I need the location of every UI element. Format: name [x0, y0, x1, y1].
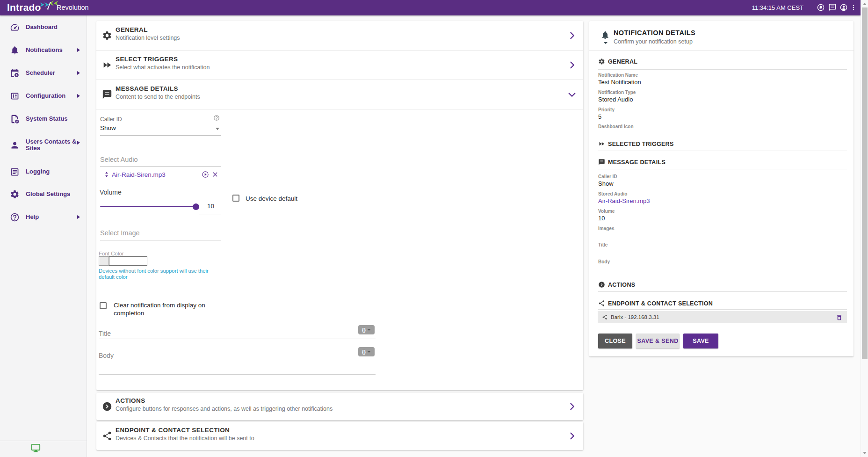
- sidebar-item-users-contacts-sites[interactable]: Users Contacts & Sites: [0, 137, 87, 153]
- person-icon: [10, 140, 20, 150]
- section-title: MESSAGE DETAILS: [116, 85, 178, 92]
- section-subtitle: Devices & Contacts that the notification…: [116, 435, 254, 442]
- clear-on-completion-label[interactable]: Clear notification from display on compl…: [114, 301, 210, 317]
- message-icon: [598, 159, 605, 166]
- circle-arrow-icon: [598, 281, 605, 288]
- section-title: SELECT TRIGGERS: [116, 56, 178, 63]
- save-and-send-button[interactable]: SAVE & SEND: [636, 334, 680, 348]
- remove-audio-button[interactable]: [211, 171, 219, 178]
- body-input[interactable]: Body: [99, 352, 114, 359]
- title-variable-picker-button[interactable]: {}: [358, 325, 375, 334]
- gear-icon: [102, 30, 112, 41]
- audio-file-link[interactable]: Air-Raid-Siren.mp3: [112, 171, 166, 178]
- scrollbar-thumb[interactable]: [862, 7, 868, 359]
- chevron-right-icon[interactable]: [567, 31, 577, 40]
- chevron-right-icon[interactable]: [567, 402, 577, 411]
- sidebar-item-notifications[interactable]: Notifications: [0, 45, 87, 55]
- divider: [598, 169, 847, 169]
- chevron-down-icon: [604, 42, 608, 44]
- select-audio-input[interactable]: Select Audio: [100, 156, 138, 163]
- title-input[interactable]: Title: [99, 330, 111, 337]
- sidebar-item-logging[interactable]: Logging: [0, 167, 87, 177]
- section-subtitle: Configure buttons for responses and acti…: [116, 406, 333, 412]
- details-message-heading: MESSAGE DETAILS: [608, 159, 665, 166]
- feedback-icon[interactable]: [828, 3, 837, 12]
- section-subtitle: Select what activates the notification: [116, 64, 210, 71]
- volume-slider[interactable]: [100, 206, 198, 207]
- trash-icon: [836, 314, 843, 321]
- help-icon[interactable]: [213, 115, 220, 121]
- sidebar-item-system-status[interactable]: System Status: [0, 114, 87, 124]
- font-color-input[interactable]: [109, 256, 147, 266]
- scroll-down-arrow[interactable]: [863, 452, 867, 454]
- sidebar-item-dashboard[interactable]: Dashboard: [0, 22, 87, 32]
- caller-id-label: Caller ID: [100, 116, 122, 123]
- caller-id-select[interactable]: Show: [100, 124, 116, 131]
- input-underline: [99, 339, 376, 339]
- control-panel-icon: [10, 91, 20, 101]
- chevron-right-icon: [77, 141, 80, 145]
- volume-slider-thumb[interactable]: [193, 203, 199, 210]
- stored-audio-link[interactable]: Air-Raid-Siren.mp3: [598, 197, 650, 204]
- section-title: ACTIONS: [116, 397, 145, 404]
- monitor-icon[interactable]: [30, 442, 41, 453]
- field-label: Title: [598, 242, 608, 247]
- play-audio-button[interactable]: [202, 171, 209, 178]
- calendar-clock-icon: [10, 68, 20, 78]
- volume-value-input[interactable]: 10: [207, 203, 214, 210]
- chevron-right-icon[interactable]: [567, 431, 577, 441]
- sidebar-item-configuration[interactable]: Configuration: [0, 91, 87, 101]
- circle-arrow-icon: [102, 401, 112, 412]
- section-endpoint-contact-selection[interactable]: ENDPOINT & CONTACT SELECTION Devices & C…: [96, 422, 583, 450]
- section-general[interactable]: GENERAL Notification level settings: [96, 21, 583, 50]
- section-message-details[interactable]: MESSAGE DETAILS Content to send to the e…: [96, 80, 583, 109]
- clear-on-completion-checkbox[interactable]: [100, 302, 107, 309]
- vertical-scrollbar: [861, 0, 868, 457]
- section-select-triggers[interactable]: SELECT TRIGGERS Select what activates th…: [96, 51, 583, 80]
- field-value: Test Notification: [598, 79, 641, 86]
- save-button[interactable]: SAVE: [683, 334, 718, 348]
- field-label: Priority: [598, 107, 615, 112]
- details-endpoint-heading: ENDPOINT & CONTACT SELECTION: [608, 300, 713, 307]
- input-underline: [199, 215, 221, 215]
- message-icon: [102, 89, 112, 100]
- gear-icon: [10, 189, 20, 199]
- sidebar-item-help[interactable]: Help: [0, 212, 87, 222]
- field-label: Notification Name: [598, 73, 638, 78]
- select-image-input[interactable]: Select Image: [100, 229, 140, 237]
- chevron-down-icon: [367, 351, 371, 353]
- top-bar: Intrado Revolution 11:34:15 AM CEST: [0, 0, 861, 15]
- scroll-up-arrow[interactable]: [863, 3, 867, 5]
- share-icon: [598, 300, 605, 307]
- section-subtitle: Notification level settings: [116, 35, 180, 41]
- section-subtitle: Content to send to the endpoints: [116, 94, 200, 100]
- chevron-right-icon: [77, 48, 80, 52]
- section-title: GENERAL: [116, 26, 148, 33]
- message-details-form: Caller ID Show Select Audio Air-Raid-Sir…: [96, 109, 583, 390]
- font-color-swatch[interactable]: [99, 256, 109, 266]
- sort-handle-icon[interactable]: [103, 171, 110, 178]
- sidebar-item-scheduler[interactable]: Scheduler: [0, 68, 87, 78]
- account-icon[interactable]: [839, 3, 848, 12]
- use-device-default-label[interactable]: Use device default: [246, 195, 297, 202]
- divider: [598, 69, 847, 70]
- chevron-down-icon[interactable]: [567, 90, 577, 99]
- chevron-right-icon[interactable]: [567, 60, 577, 70]
- details-triggers-heading: SELECTED TRIGGERS: [608, 141, 674, 147]
- chevron-down-icon[interactable]: [216, 128, 219, 130]
- section-actions[interactable]: ACTIONS Configure buttons for responses …: [96, 393, 583, 420]
- overflow-menu-icon[interactable]: [850, 3, 857, 12]
- details-title: NOTIFICATION DETAILS: [614, 29, 695, 36]
- endpoint-list-item[interactable]: Barix - 192.168.3.31: [598, 311, 847, 323]
- chevron-right-icon: [77, 71, 80, 75]
- use-device-default-checkbox[interactable]: [232, 195, 239, 202]
- sidebar-item-global-settings[interactable]: Global Settings: [0, 189, 87, 199]
- chevron-down-icon: [367, 329, 371, 331]
- close-button[interactable]: CLOSE: [598, 334, 632, 348]
- help-icon: [10, 212, 20, 222]
- alarm-icon[interactable]: [817, 3, 825, 12]
- body-variable-picker-button[interactable]: {}: [358, 347, 375, 356]
- chevron-right-icon: [77, 94, 80, 98]
- fast-forward-icon: [102, 60, 112, 70]
- delete-endpoint-button[interactable]: [836, 314, 843, 321]
